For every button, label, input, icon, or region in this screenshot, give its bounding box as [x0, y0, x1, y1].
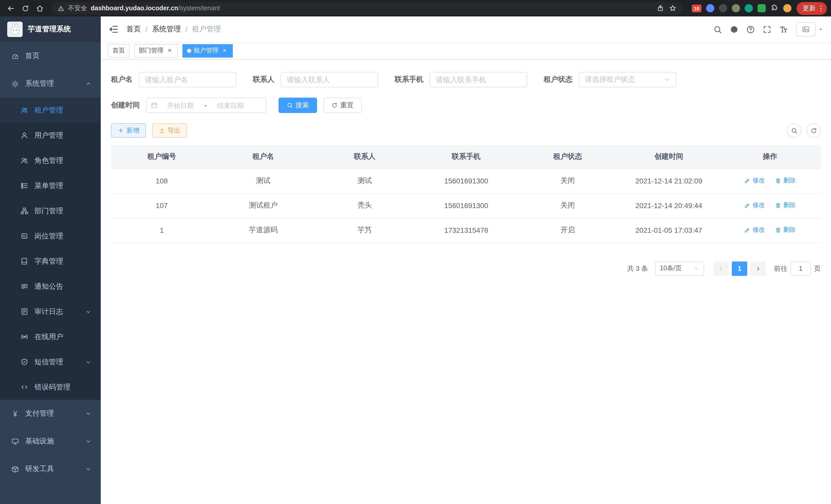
sidebar-item-dept[interactable]: 部门管理	[0, 198, 101, 224]
extension-dark[interactable]	[719, 4, 727, 12]
sidebar-item-post[interactable]: 岗位管理	[0, 224, 101, 249]
phone-input[interactable]	[436, 76, 521, 84]
sidebar-item-sms[interactable]: 短信管理	[0, 349, 101, 375]
close-icon[interactable]: ×	[166, 47, 173, 54]
create-time-range[interactable]: -	[146, 98, 266, 113]
sidebar-item-menu[interactable]: 菜单管理	[0, 173, 101, 198]
cell-actions: 修改 删除	[719, 193, 821, 218]
back-icon[interactable]	[4, 2, 18, 15]
page-1-button[interactable]: 1	[732, 261, 747, 276]
delete-button[interactable]: 删除	[775, 201, 796, 210]
sidebar-item-infra[interactable]: 基础设施	[0, 427, 101, 455]
font-size-icon[interactable]	[775, 22, 791, 37]
extension-blue[interactable]	[706, 4, 714, 12]
sidebar-item-label: 系统管理	[25, 79, 54, 88]
kebab-menu-icon[interactable]	[817, 4, 825, 12]
contact-field: 联系人	[253, 72, 378, 87]
column-header: 租户名	[212, 145, 314, 169]
extension-puzzle-icon[interactable]	[770, 4, 779, 12]
address-bar[interactable]: 不安全 dashboard.yudao.iocoder.cn/system/te…	[51, 2, 683, 14]
start-date-input[interactable]	[161, 101, 200, 109]
extension-teal[interactable]	[745, 4, 753, 12]
sidebar-item-home[interactable]: 首页	[0, 42, 101, 70]
next-page-button[interactable]	[750, 261, 766, 276]
app-logo[interactable]: 芋道管理系统	[0, 17, 101, 42]
menu-icon	[21, 182, 28, 189]
profile-avatar[interactable]	[783, 4, 792, 12]
export-button[interactable]: 导出	[152, 123, 187, 138]
notice-icon	[21, 283, 28, 290]
cell-status: 关闭	[517, 169, 619, 193]
tenant-name-label: 租户名	[111, 75, 139, 84]
breadcrumb-item[interactable]: 系统管理	[152, 25, 181, 34]
edit-button[interactable]: 修改	[744, 176, 765, 185]
sidebar-item-pay[interactable]: 支付管理	[0, 400, 101, 427]
pagination: 共 3 条 10条/页 1 前往 页	[111, 261, 821, 276]
help-icon[interactable]	[743, 22, 758, 37]
search-button[interactable]: 搜索	[279, 98, 317, 113]
sidebar-item-label: 错误码管理	[34, 383, 70, 392]
tenant-status-select[interactable]: 请选择租户状态	[579, 72, 676, 87]
breadcrumb-item[interactable]: 首页	[126, 25, 141, 34]
sidebar-item-tenant[interactable]: 租户管理	[0, 98, 101, 123]
sidebar-item-dev-tool[interactable]: 研发工具	[0, 455, 101, 483]
sidebar-item-audit-log[interactable]: 审计日志	[0, 299, 101, 324]
sidebar-item-system[interactable]: 系统管理	[0, 70, 101, 98]
user-icon	[21, 131, 28, 139]
extension-green-chat[interactable]	[757, 4, 766, 12]
phone-input-wrap	[430, 72, 527, 87]
github-icon[interactable]	[726, 22, 742, 37]
bookmark-star-icon[interactable]	[669, 5, 676, 12]
home-icon[interactable]	[33, 2, 46, 15]
close-icon[interactable]: ×	[221, 47, 228, 54]
dict-icon	[21, 258, 28, 265]
search-icon[interactable]	[710, 22, 725, 37]
delete-button[interactable]: 删除	[775, 176, 796, 185]
online-user-icon	[21, 333, 28, 340]
end-date-input[interactable]	[211, 101, 250, 109]
reset-button[interactable]: 重置	[323, 98, 362, 113]
sidebar-item-error-code[interactable]: 错误码管理	[0, 375, 101, 400]
sidebar-item-user[interactable]: 用户管理	[0, 123, 101, 148]
sidebar-item-label: 支付管理	[25, 409, 54, 418]
column-header: 联系人	[314, 145, 416, 169]
infra-icon	[11, 438, 19, 445]
cell-status: 关闭	[517, 193, 619, 218]
extension-olive[interactable]	[732, 4, 740, 12]
goto-page-input[interactable]	[791, 261, 811, 276]
contact-input[interactable]	[287, 76, 372, 84]
chevron-down-icon[interactable]	[818, 26, 824, 32]
user-avatar[interactable]	[796, 22, 815, 36]
reload-icon[interactable]	[19, 2, 32, 15]
tab-2[interactable]: 租户管理 ×	[182, 44, 233, 57]
sidebar-item-label: 基础设施	[25, 437, 54, 446]
page-size-select[interactable]: 10条/页	[655, 261, 704, 276]
sidebar-item-role[interactable]: 角色管理	[0, 148, 101, 173]
edit-button[interactable]: 修改	[744, 201, 765, 210]
warning-icon[interactable]	[58, 5, 64, 11]
plus-icon	[118, 127, 124, 134]
update-button[interactable]: 更新	[797, 2, 827, 14]
cell-created: 2021-12-14 21:02:09	[619, 169, 719, 193]
add-button[interactable]: 新增	[111, 123, 146, 138]
share-icon[interactable]	[657, 5, 664, 12]
edit-button[interactable]: 修改	[744, 226, 765, 235]
tab-1[interactable]: 部门管理 ×	[134, 44, 178, 57]
cell-created: 2021-01-05 17:03:47	[619, 218, 719, 242]
tenant-name-input[interactable]	[145, 76, 230, 84]
extension-badge[interactable]: 10	[692, 4, 701, 12]
refresh-table-button[interactable]	[806, 123, 821, 138]
status-select-placeholder: 请选择租户状态	[585, 75, 661, 84]
delete-button[interactable]: 删除	[775, 226, 796, 235]
fullscreen-icon[interactable]	[759, 22, 774, 37]
prev-page-button[interactable]	[713, 261, 729, 276]
sidebar-item-dict[interactable]: 字典管理	[0, 249, 101, 274]
toggle-search-button[interactable]	[787, 123, 801, 138]
reset-button-label: 重置	[340, 101, 353, 110]
tab-0[interactable]: 首页	[108, 44, 130, 57]
sidebar-item-notice[interactable]: 通知公告	[0, 274, 101, 299]
cell-id: 108	[111, 169, 212, 193]
cell-contact: 芋艿	[314, 218, 416, 242]
sidebar-toggle-icon[interactable]	[101, 17, 126, 42]
sidebar-item-online-user[interactable]: 在线用户	[0, 324, 101, 349]
